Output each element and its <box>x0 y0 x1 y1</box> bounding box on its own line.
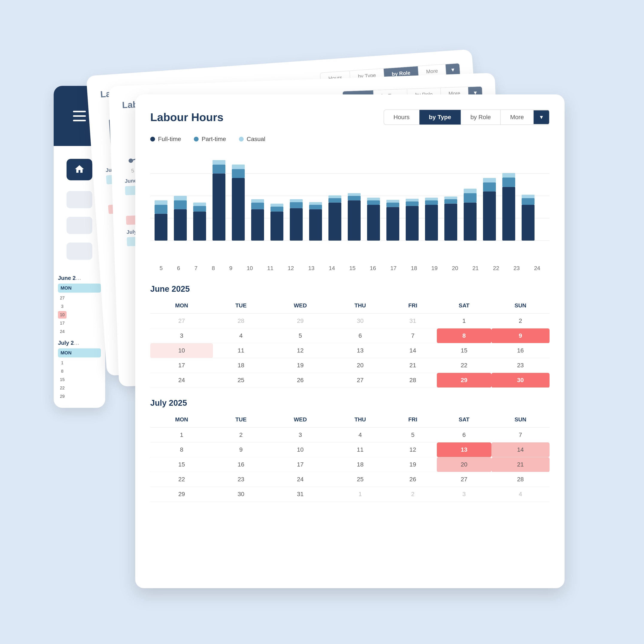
tab-dropdown-front[interactable]: ▼ <box>534 110 549 124</box>
svg-rect-36 <box>270 204 283 207</box>
svg-rect-21 <box>174 196 187 200</box>
july-cal-cell-r2-c6: 21 <box>491 457 550 472</box>
svg-rect-72 <box>502 173 515 178</box>
july-cal-cell-r0-c6: 7 <box>491 427 550 442</box>
cal-th-sat-j: SAT <box>437 412 491 427</box>
x-label-16: 16 <box>370 265 376 272</box>
svg-rect-59 <box>425 200 438 205</box>
june-cal-cell-r1-c0: 3 <box>150 328 213 343</box>
sidebar-nav-item-3[interactable] <box>67 243 92 260</box>
cal-th-tue-j: TUE <box>213 412 269 427</box>
sidebar-mon-header: MON <box>58 284 101 293</box>
july-cal-cell-r2-c2: 17 <box>269 457 332 472</box>
july-cal-cell-r3-c1: 23 <box>213 472 269 487</box>
svg-rect-33 <box>251 199 264 203</box>
card-front-title: Labour Hours <box>150 111 223 124</box>
june-cal-cell-r1-c2: 5 <box>269 328 332 343</box>
june-cal-cell-r4-c1: 25 <box>213 373 269 388</box>
july-cal-row-4: 2930311234 <box>150 487 550 502</box>
svg-rect-69 <box>483 178 496 182</box>
july-cal-cell-r3-c6: 28 <box>491 472 550 487</box>
cal-th-thu: THU <box>332 298 389 313</box>
tab-byrole-front[interactable]: by Role <box>461 110 501 125</box>
july-cal-cell-r0-c2: 3 <box>269 427 332 442</box>
tab-hours-front[interactable]: Hours <box>384 110 419 125</box>
sidebar-cal-row-2: 3 <box>58 303 101 310</box>
cal-th-mon: MON <box>150 298 213 313</box>
sidebar-cal-row-3: 10 <box>58 311 101 319</box>
sidebar-mon-header-july: MON <box>58 348 101 357</box>
july-cal-cell-r3-c2: 24 <box>269 472 332 487</box>
june-cal-cell-r0-c3: 30 <box>332 313 389 328</box>
june-cal-cell-r2-c2: 12 <box>269 343 332 358</box>
june-cal-cell-r1-c5: 8 <box>437 328 491 343</box>
svg-rect-65 <box>464 193 477 203</box>
svg-rect-24 <box>193 203 206 206</box>
svg-rect-43 <box>328 203 341 241</box>
june-cal-cell-r1-c3: 6 <box>332 328 389 343</box>
svg-rect-27 <box>213 160 225 165</box>
sidebar-july-label: July 2… <box>58 340 101 346</box>
sidebar-nav-item-2[interactable] <box>67 217 92 234</box>
cal-num: 8 <box>58 368 67 375</box>
x-label-19: 19 <box>431 265 438 272</box>
june-cal-row-4: 24252627282930 <box>150 373 550 388</box>
svg-rect-18 <box>155 200 167 205</box>
svg-rect-45 <box>328 195 341 198</box>
svg-rect-66 <box>464 189 477 193</box>
x-label-24: 24 <box>534 265 540 272</box>
july-cal-cell-r2-c3: 18 <box>332 457 389 472</box>
svg-rect-73 <box>522 205 535 241</box>
sidebar-nav-item-1[interactable] <box>67 191 92 208</box>
july-cal-header-row: MON TUE WED THU FRI SAT SUN <box>150 412 550 427</box>
hamburger-menu[interactable] <box>73 111 86 121</box>
svg-rect-49 <box>367 205 380 241</box>
june-cal-cell-r2-c4: 14 <box>389 343 437 358</box>
sidebar-home-button[interactable] <box>67 159 92 180</box>
svg-rect-30 <box>232 165 245 169</box>
july-cal-cell-r2-c5: 20 <box>437 457 491 472</box>
x-label-14: 14 <box>329 265 335 272</box>
cal-num: 17 <box>58 319 67 327</box>
june-cal-cell-r4-c5: 29 <box>437 373 491 388</box>
june-cal-cell-r0-c4: 31 <box>389 313 437 328</box>
july-cal-cell-r1-c3: 11 <box>332 442 389 457</box>
june-calendar-body: 2728293031123456789101112131415161718192… <box>150 313 550 388</box>
cal-th-wed: WED <box>269 298 332 313</box>
june-cal-row-0: 272829303112 <box>150 313 550 328</box>
june-cal-cell-r3-c4: 21 <box>389 358 437 373</box>
legend-label-casual: Casual <box>247 136 265 143</box>
july-cal-cell-r4-c0: 29 <box>150 487 213 502</box>
cal-num: 29 <box>58 393 67 400</box>
svg-rect-20 <box>174 200 187 209</box>
legend-dot-parttime <box>194 137 199 141</box>
chart-legend: Full-time Part-time Casual <box>150 136 550 143</box>
july-cal-cell-r0-c1: 2 <box>213 427 269 442</box>
svg-rect-52 <box>386 207 399 240</box>
svg-rect-41 <box>309 205 322 209</box>
june-cal-cell-r4-c0: 24 <box>150 373 213 388</box>
july-cal-cell-r0-c3: 4 <box>332 427 389 442</box>
svg-rect-42 <box>309 202 322 205</box>
svg-rect-54 <box>386 200 399 203</box>
tab-bytype-front[interactable]: by Type <box>419 110 461 125</box>
june-cal-cell-r4-c2: 26 <box>269 373 332 388</box>
cal-th-fri: FRI <box>389 298 437 313</box>
svg-rect-39 <box>290 199 303 202</box>
july-cal-cell-r4-c6: 4 <box>491 487 550 502</box>
july-cal-cell-r3-c4: 26 <box>389 472 437 487</box>
svg-rect-50 <box>367 200 380 205</box>
cal-num: 27 <box>58 294 67 302</box>
july-cal-cell-r1-c2: 10 <box>269 442 332 457</box>
cal-th-sat: SAT <box>437 298 491 313</box>
june-cal-cell-r3-c0: 17 <box>150 358 213 373</box>
june-cal-cell-r0-c5: 1 <box>437 313 491 328</box>
x-label-18: 18 <box>411 265 417 272</box>
july-cal-cell-r0-c0: 1 <box>150 427 213 442</box>
sidebar-june-label: June 2… <box>58 275 101 281</box>
tab-more-front[interactable]: More <box>501 110 534 125</box>
home-icon <box>74 164 85 175</box>
july-cal-row-3: 22232425262728 <box>150 472 550 487</box>
cal-th-fri-j: FRI <box>389 412 437 427</box>
x-label-7: 7 <box>194 265 197 272</box>
